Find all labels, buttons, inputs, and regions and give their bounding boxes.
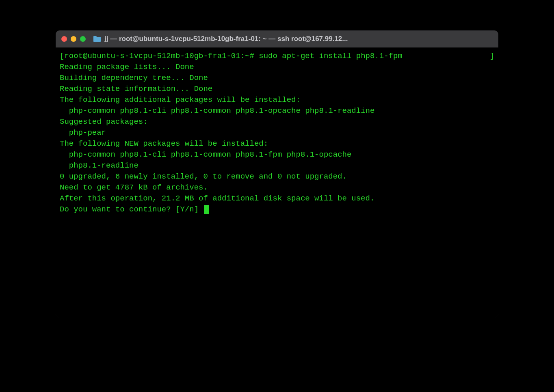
terminal-body[interactable]: ][root@ubuntu-s-1vcpu-512mb-10gb-fra1-01… — [56, 47, 498, 317]
title-content: jj — root@ubuntu-s-1vcpu-512mb-10gb-fra1… — [93, 35, 348, 43]
output-line: Reading state information... Done — [60, 84, 212, 93]
output-line: The following NEW packages will be insta… — [60, 139, 268, 148]
output-line: php-common php8.1-cli php8.1-common php8… — [60, 150, 351, 159]
output-line: Need to get 4787 kB of archives. — [60, 183, 208, 192]
output-line: Reading package lists... Done — [60, 62, 194, 71]
output-line: After this operation, 21.2 MB of additio… — [60, 194, 374, 203]
confirm-prompt: Do you want to continue? [Y/n] — [60, 205, 203, 214]
output-line: Building dependency tree... Done — [60, 73, 208, 82]
cursor — [204, 205, 209, 214]
shell-command: sudo apt-get install php8.1-fpm — [259, 52, 402, 60]
shell-prompt: root@ubuntu-s-1vcpu-512mb-10gb-fra1-01:~… — [64, 52, 254, 60]
close-button[interactable] — [61, 36, 67, 42]
output-line: 0 upgraded, 6 newly installed, 0 to remo… — [60, 172, 347, 181]
output-line: Suggested packages: — [60, 117, 148, 126]
window-title: jj — root@ubuntu-s-1vcpu-512mb-10gb-fra1… — [104, 35, 348, 43]
traffic-lights — [61, 36, 86, 42]
prompt-close-bracket: ] — [490, 51, 494, 62]
output-line: php-pear — [60, 128, 106, 137]
maximize-button[interactable] — [80, 36, 86, 42]
terminal-window: jj — root@ubuntu-s-1vcpu-512mb-10gb-fra1… — [56, 30, 498, 317]
folder-icon — [93, 36, 101, 42]
minimize-button[interactable] — [71, 36, 76, 42]
output-line: php-common php8.1-cli php8.1-common php8… — [60, 106, 374, 115]
output-line: php8.1-readline — [60, 161, 138, 170]
window-titlebar[interactable]: jj — root@ubuntu-s-1vcpu-512mb-10gb-fra1… — [56, 30, 498, 47]
prompt-open-bracket: [ — [60, 52, 64, 60]
output-line: The following additional packages will b… — [60, 95, 301, 104]
